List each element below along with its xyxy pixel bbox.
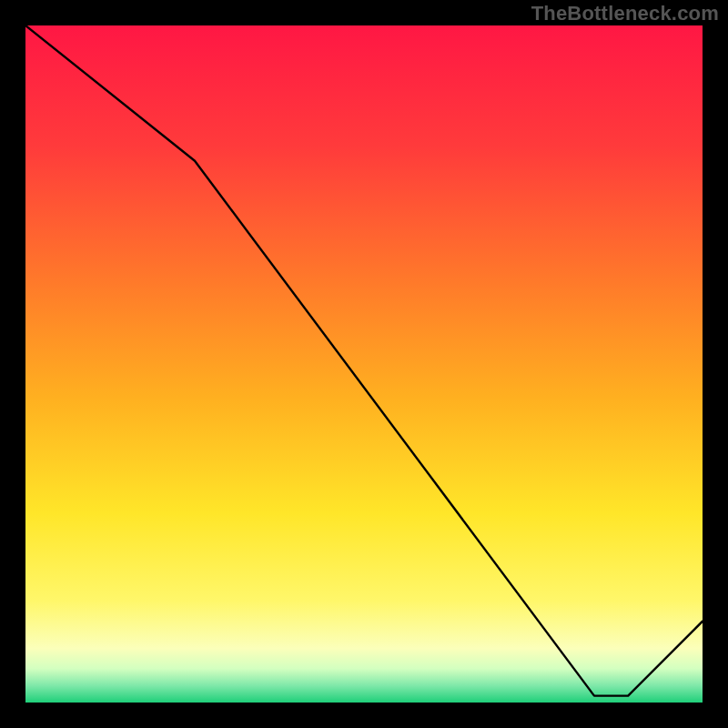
- plot-area: [25, 25, 703, 703]
- chart-svg: [25, 25, 703, 703]
- attribution-text: TheBottleneck.com: [531, 2, 719, 25]
- gradient-background: [25, 25, 703, 703]
- chart-frame: TheBottleneck.com: [0, 0, 728, 728]
